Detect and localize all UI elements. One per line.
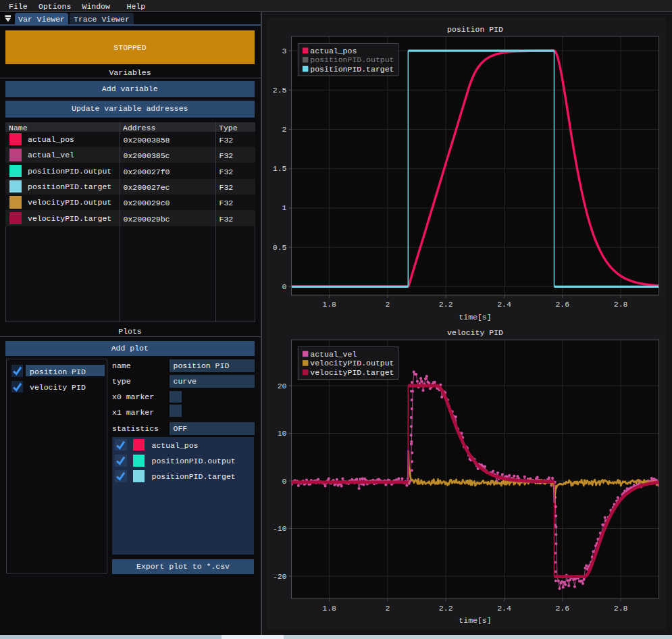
- svg-text:10: 10: [278, 429, 287, 438]
- svg-text:0: 0: [282, 282, 287, 291]
- svg-text:3: 3: [282, 47, 287, 55]
- svg-text:2: 2: [385, 604, 390, 613]
- svg-text:2.2: 2.2: [439, 604, 453, 613]
- svg-text:2.4: 2.4: [497, 300, 511, 309]
- svg-text:2: 2: [385, 300, 390, 309]
- svg-text:0: 0: [282, 477, 287, 486]
- svg-text:1.5: 1.5: [273, 164, 287, 173]
- svg-text:2.4: 2.4: [497, 604, 511, 613]
- svg-text:0.5: 0.5: [273, 243, 287, 252]
- svg-text:-20: -20: [273, 572, 287, 581]
- svg-text:1.8: 1.8: [322, 300, 336, 309]
- svg-text:positionPID.target: positionPID.target: [310, 65, 394, 74]
- svg-text:actual_vel: actual_vel: [310, 350, 357, 359]
- svg-text:actual_pos: actual_pos: [310, 47, 357, 55]
- svg-text:1: 1: [282, 203, 287, 212]
- svg-text:2.5: 2.5: [273, 86, 287, 95]
- svg-text:2.6: 2.6: [555, 604, 569, 613]
- svg-text:2.6: 2.6: [555, 300, 569, 309]
- svg-text:2.2: 2.2: [439, 300, 453, 309]
- svg-text:velocityPID.output: velocityPID.output: [310, 359, 394, 367]
- svg-text:velocityPID.target: velocityPID.target: [310, 368, 394, 377]
- svg-text:2.8: 2.8: [614, 300, 628, 309]
- svg-text:1.8: 1.8: [322, 604, 336, 613]
- svg-text:position PID: position PID: [447, 25, 503, 34]
- svg-text:2.8: 2.8: [614, 604, 628, 613]
- svg-text:20: 20: [278, 382, 287, 390]
- svg-text:time[s]: time[s]: [459, 313, 491, 322]
- svg-text:2: 2: [282, 125, 287, 134]
- svg-text:-10: -10: [273, 524, 287, 533]
- svg-text:positionPID.output: positionPID.output: [310, 55, 394, 64]
- svg-text:velocity PID: velocity PID: [447, 328, 503, 337]
- svg-text:time[s]: time[s]: [459, 616, 491, 625]
